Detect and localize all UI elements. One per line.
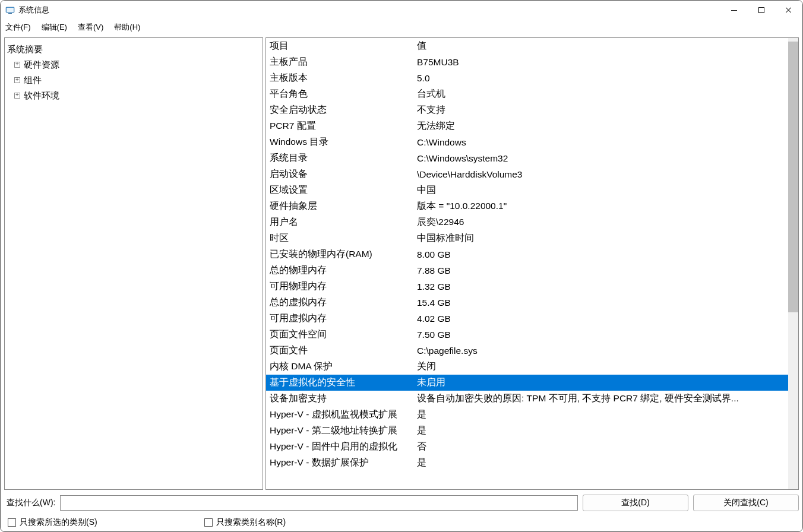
app-icon: [5, 5, 15, 15]
cell-key: 基于虚拟化的安全性: [270, 376, 417, 389]
cell-val: 8.00 GB: [417, 249, 783, 260]
cell-val: 关闭: [417, 360, 783, 373]
table-row[interactable]: 基于虚拟化的安全性未启用: [266, 375, 788, 391]
scrollbar-thumb[interactable]: [788, 42, 798, 312]
expand-icon[interactable]: [14, 77, 20, 83]
table-row[interactable]: 总的物理内存7.88 GB: [266, 262, 788, 278]
content-area: 系统摘要 硬件资源组件软件环境 项目值主板产品B75MU3B主板版本5.0平台角…: [1, 35, 802, 492]
tree-root-label: 系统摘要: [7, 42, 43, 57]
table-row[interactable]: Hyper-V - 第二级地址转换扩展是: [266, 423, 788, 439]
table-row[interactable]: 系统目录C:\Windows\system32: [266, 150, 788, 166]
tree-panel: 系统摘要 硬件资源组件软件环境: [4, 37, 263, 490]
maximize-button[interactable]: [748, 1, 775, 20]
table-row[interactable]: 平台角色台式机: [266, 86, 788, 102]
cell-val: 4.02 GB: [417, 314, 783, 324]
menu-help[interactable]: 帮助(H): [113, 21, 141, 34]
table-row[interactable]: 主板版本5.0: [266, 70, 788, 86]
tree-root[interactable]: 系统摘要: [7, 42, 260, 57]
search-bar: 查找什么(W): 查找(D) 关闭查找(C): [1, 492, 802, 514]
tree-node-label: 组件: [24, 72, 42, 88]
cell-key: 内核 DMA 保护: [270, 360, 417, 373]
table-row[interactable]: PCR7 配置无法绑定: [266, 118, 788, 134]
cell-key: 时区: [270, 232, 417, 245]
checkbox-icon: [204, 518, 213, 527]
cell-key: Hyper-V - 数据扩展保护: [270, 457, 417, 469]
tree-node[interactable]: 硬件资源: [7, 57, 260, 72]
table-row[interactable]: 内核 DMA 保护关闭: [266, 359, 788, 375]
menu-file[interactable]: 文件(F): [4, 21, 32, 34]
cell-key: 系统目录: [270, 152, 417, 164]
table-row[interactable]: 页面文件C:\pagefile.sys: [266, 343, 788, 359]
table-row[interactable]: 页面文件空间7.50 GB: [266, 327, 788, 343]
header-val: 值: [417, 40, 783, 52]
cell-val: B75MU3B: [417, 57, 783, 68]
table-row[interactable]: 区域设置中国: [266, 182, 788, 198]
checkbox-category-names-label: 只搜索类别名称(R): [216, 517, 286, 528]
cell-val: 5.0: [417, 73, 783, 84]
cell-key: 设备加密支持: [270, 392, 417, 405]
table-row[interactable]: 安全启动状态不支持: [266, 102, 788, 118]
cell-val: C:\pagefile.sys: [417, 346, 783, 356]
menu-edit[interactable]: 编辑(E): [40, 21, 68, 34]
cell-val: 未启用: [417, 376, 783, 389]
table-row[interactable]: 用户名辰奕\22946: [266, 214, 788, 230]
cell-key: 主板版本: [270, 72, 417, 84]
vertical-scrollbar[interactable]: [788, 38, 798, 489]
cell-val: 中国标准时间: [417, 232, 783, 245]
table-header[interactable]: 项目值: [266, 38, 788, 54]
cell-key: 启动设备: [270, 168, 417, 180]
table-row[interactable]: 可用物理内存1.32 GB: [266, 278, 788, 294]
checkbox-selected-category-label: 只搜索所选的类别(S): [20, 517, 97, 528]
cell-key: 用户名: [270, 216, 417, 229]
cell-key: 硬件抽象层: [270, 200, 417, 213]
cell-key: 页面文件空间: [270, 328, 417, 341]
detail-panel: 项目值主板产品B75MU3B主板版本5.0平台角色台式机安全启动状态不支持PCR…: [265, 37, 799, 490]
checkbox-category-names[interactable]: 只搜索类别名称(R): [204, 517, 286, 528]
cell-key: 可用物理内存: [270, 280, 417, 293]
menubar: 文件(F) 编辑(E) 查看(V) 帮助(H): [1, 20, 802, 35]
table-row[interactable]: 已安装的物理内存(RAM)8.00 GB: [266, 246, 788, 262]
nav-tree: 系统摘要 硬件资源组件软件环境: [5, 38, 263, 107]
table-row[interactable]: 可用虚拟内存4.02 GB: [266, 311, 788, 327]
close-button[interactable]: [775, 1, 802, 20]
cell-key: 已安装的物理内存(RAM): [270, 248, 417, 261]
cell-val: 1.32 GB: [417, 281, 783, 292]
tree-node[interactable]: 组件: [7, 72, 260, 88]
table-row[interactable]: 硬件抽象层版本 = "10.0.22000.1": [266, 198, 788, 214]
minimize-button[interactable]: [720, 1, 748, 20]
cell-val: 7.50 GB: [417, 330, 783, 340]
cell-val: 是: [417, 425, 783, 437]
checkbox-selected-category[interactable]: 只搜索所选的类别(S): [8, 517, 97, 528]
expand-icon[interactable]: [14, 93, 20, 99]
expand-icon[interactable]: [14, 62, 20, 68]
cell-val: \Device\HarddiskVolume3: [417, 169, 783, 180]
cell-val: 无法绑定: [417, 120, 783, 132]
find-button[interactable]: 查找(D): [583, 495, 688, 511]
tree-node[interactable]: 软件环境: [7, 88, 260, 103]
checkbox-icon: [8, 518, 16, 527]
search-options: 只搜索所选的类别(S) 只搜索类别名称(R): [1, 514, 802, 531]
cell-key: Hyper-V - 第二级地址转换扩展: [270, 425, 417, 437]
close-find-button[interactable]: 关闭查找(C): [693, 495, 799, 511]
detail-scroll: 项目值主板产品B75MU3B主板版本5.0平台角色台式机安全启动状态不支持PCR…: [266, 38, 788, 489]
search-input[interactable]: [60, 495, 578, 511]
table-row[interactable]: Hyper-V - 固件中启用的虚拟化否: [266, 439, 788, 455]
cell-key: Hyper-V - 虚拟机监视模式扩展: [270, 408, 417, 421]
svg-rect-1: [7, 8, 14, 12]
table-row[interactable]: 时区中国标准时间: [266, 230, 788, 246]
cell-val: 辰奕\22946: [417, 216, 783, 229]
table-row[interactable]: 总的虚拟内存15.4 GB: [266, 294, 788, 311]
cell-val: 中国: [417, 184, 783, 197]
menu-view[interactable]: 查看(V): [77, 21, 105, 34]
search-label: 查找什么(W):: [4, 498, 55, 508]
table-row[interactable]: Windows 目录C:\Windows: [266, 134, 788, 150]
table-row[interactable]: 启动设备\Device\HarddiskVolume3: [266, 166, 788, 182]
cell-val: 版本 = "10.0.22000.1": [417, 200, 783, 213]
table-row[interactable]: Hyper-V - 虚拟机监视模式扩展是: [266, 407, 788, 423]
table-row[interactable]: Hyper-V - 数据扩展保护是: [266, 455, 788, 471]
table-row[interactable]: 设备加密支持设备自动加密失败的原因: TPM 不可用, 不支持 PCR7 绑定,…: [266, 391, 788, 407]
system-info-window: 系统信息 文件(F) 编辑(E) 查看(V) 帮助(H) 系统摘要 硬件资源组件…: [0, 0, 803, 532]
cell-val: 7.88 GB: [417, 265, 783, 276]
table-row[interactable]: 主板产品B75MU3B: [266, 54, 788, 70]
cell-key: PCR7 配置: [270, 120, 417, 132]
